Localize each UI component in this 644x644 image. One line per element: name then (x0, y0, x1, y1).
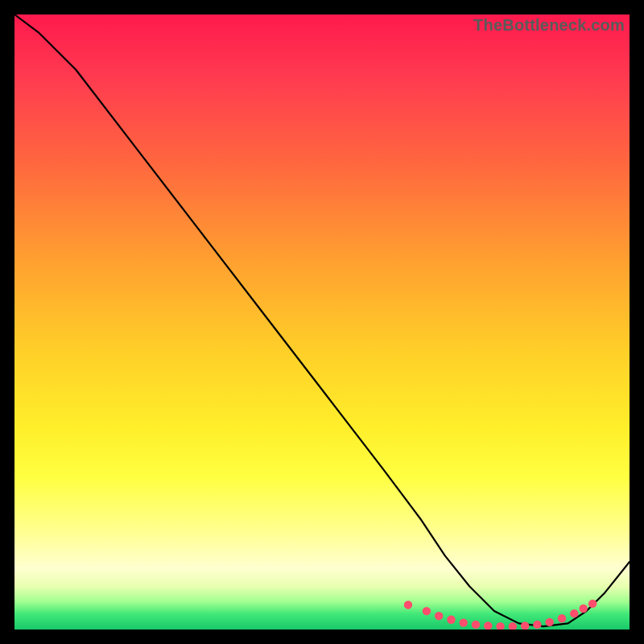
marker-dot (472, 621, 480, 629)
marker-dot (533, 621, 541, 629)
marker-dot (545, 618, 553, 626)
chart-svg (14, 14, 630, 630)
bottleneck-curve (14, 14, 630, 626)
marker-dot (423, 607, 431, 615)
marker-dot (570, 609, 578, 617)
marker-dot (484, 621, 492, 630)
marker-dot (460, 618, 468, 626)
marker-dot (496, 622, 504, 630)
marker-dot (558, 614, 566, 622)
marker-dot (447, 616, 455, 624)
marker-dot (521, 621, 529, 630)
plot-area: TheBottleneck.com (14, 14, 630, 630)
marker-dot (509, 622, 517, 630)
marker-dot (435, 612, 443, 620)
marker-dot (588, 600, 597, 608)
chart-frame: TheBottleneck.com (0, 0, 644, 644)
marker-dot (580, 605, 588, 613)
marker-dot (404, 601, 412, 609)
